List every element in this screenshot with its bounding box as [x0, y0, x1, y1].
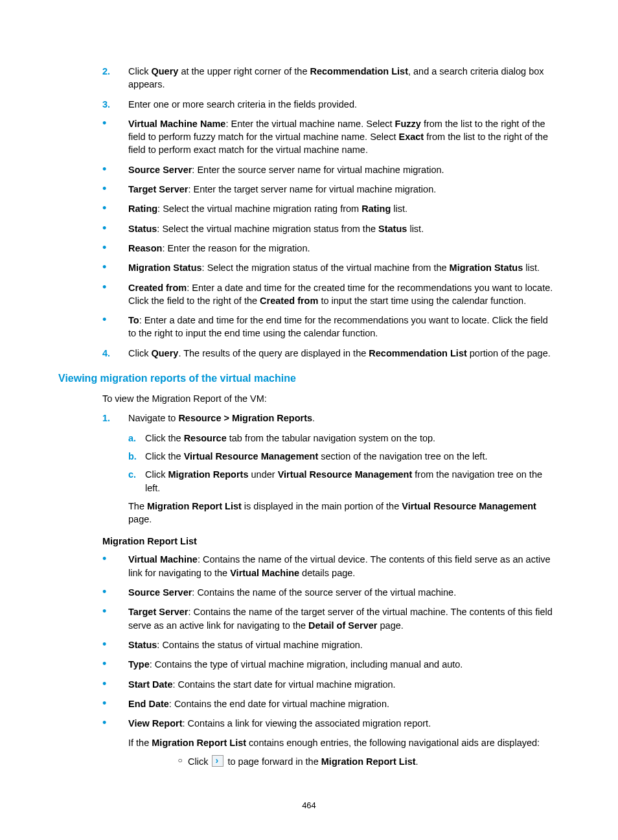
bullet-reason: • Reason: Enter the reason for the migra…	[58, 242, 560, 255]
bullet-to: • To: Enter a date and time for the end …	[58, 314, 560, 340]
step-text: Click Query at the upper right corner of…	[128, 65, 560, 91]
page-forward-icon	[212, 755, 223, 767]
bullet-text: Rating: Select the virtual machine migra…	[128, 202, 560, 215]
list-marker: 4.	[58, 347, 128, 360]
bullet-icon: •	[58, 202, 128, 215]
bullet-text: Source Server: Enter the source server n…	[128, 163, 560, 176]
step-3: 3. Enter one or more search criteria in …	[58, 98, 560, 111]
navaid-text: Click to page forward in the Migration R…	[188, 755, 557, 768]
step-text: Navigate to Resource > Migration Reports…	[128, 412, 560, 425]
mrl-target-server: • Target Server: Contains the name of th…	[58, 605, 560, 632]
list-marker: 1.	[58, 412, 128, 425]
substep-a: a. Click the Resource tab from the tabul…	[128, 432, 560, 445]
step-text: Click Query. The results of the query ar…	[128, 347, 560, 360]
bullet-icon: •	[58, 183, 128, 196]
bullet-target-server: • Target Server: Enter the target server…	[58, 183, 560, 196]
bullet-text: Virtual Machine: Contains the name of th…	[128, 553, 560, 579]
mrl-start-date: • Start Date: Contains the start date fo…	[58, 678, 560, 691]
bullet-text: Reason: Enter the reason for the migrati…	[128, 242, 560, 255]
section-heading: Viewing migration reports of the virtual…	[58, 373, 560, 384]
step-text: Enter one or more search criteria in the…	[128, 98, 560, 111]
bullet-migration-status: • Migration Status: Select the migration…	[58, 261, 560, 274]
bullet-icon: •	[58, 605, 128, 632]
substep-text: Click the Resource tab from the tabular …	[145, 432, 435, 445]
list-marker: a.	[128, 432, 145, 445]
navaid-intro: If the Migration Report List contains en…	[128, 736, 557, 749]
list-marker: 2.	[58, 65, 128, 91]
mrl-end-date: • End Date: Contains the end date for vi…	[58, 697, 560, 710]
list-marker: b.	[128, 450, 145, 463]
nav-step-1: 1. Navigate to Resource > Migration Repo…	[58, 412, 560, 425]
mrl-view-report: • View Report: Contains a link for viewi…	[58, 717, 560, 768]
bullet-icon: •	[58, 222, 128, 235]
section-intro: To view the Migration Report of the VM:	[58, 392, 560, 405]
bullet-icon: •	[58, 717, 128, 768]
mrl-vm: • Virtual Machine: Contains the name of …	[58, 553, 560, 579]
bullet-icon: •	[58, 117, 128, 157]
bullet-status: • Status: Select the virtual machine mig…	[58, 222, 560, 235]
bullet-icon: •	[58, 658, 128, 671]
bullet-icon: •	[58, 586, 128, 599]
list-marker: 3.	[58, 98, 128, 111]
bullet-icon: •	[58, 242, 128, 255]
list-marker: c.	[128, 468, 145, 495]
bullet-icon: •	[58, 163, 128, 176]
bullet-text: Target Server: Contains the name of the …	[128, 605, 560, 632]
bullet-text: Status: Select the virtual machine migra…	[128, 222, 560, 235]
bullet-icon: •	[58, 638, 128, 651]
mrl-heading: Migration Report List	[58, 536, 560, 546]
substep-c: c. Click Migration Reports under Virtual…	[128, 468, 560, 495]
bullet-text: Type: Contains the type of virtual machi…	[128, 658, 560, 671]
bullet-text: Start Date: Contains the start date for …	[128, 678, 560, 691]
bullet-text: Virtual Machine Name: Enter the virtual …	[128, 117, 560, 157]
circle-bullet-icon: ○	[128, 755, 188, 768]
bullet-text: Created from: Enter a date and time for …	[128, 281, 560, 308]
mrl-type: • Type: Contains the type of virtual mac…	[58, 658, 560, 671]
bullet-source-server: • Source Server: Enter the source server…	[58, 163, 560, 176]
bullet-icon: •	[58, 261, 128, 274]
bullet-text: Target Server: Enter the target server n…	[128, 183, 560, 196]
navaid-item: ○ Click to page forward in the Migration…	[128, 755, 557, 768]
page-number: 464	[0, 800, 618, 810]
mrl-status: • Status: Contains the status of virtual…	[58, 638, 560, 651]
substep-text: Click the Virtual Resource Management se…	[145, 450, 487, 463]
bullet-text: View Report: Contains a link for viewing…	[128, 717, 560, 768]
mrl-source-server: • Source Server: Contains the name of th…	[58, 586, 560, 599]
step-4: 4. Click Query. The results of the query…	[58, 347, 560, 360]
bullet-icon: •	[58, 553, 128, 579]
bullet-text: Source Server: Contains the name of the …	[128, 586, 560, 599]
bullet-rating: • Rating: Select the virtual machine mig…	[58, 202, 560, 215]
bullet-text: End Date: Contains the end date for virt…	[128, 697, 560, 710]
bullet-text: Migration Status: Select the migration s…	[128, 261, 560, 274]
substep-b: b. Click the Virtual Resource Management…	[128, 450, 560, 463]
bullet-created-from: • Created from: Enter a date and time fo…	[58, 281, 560, 308]
bullet-icon: •	[58, 281, 128, 308]
document-page: 2. Click Query at the upper right corner…	[0, 0, 618, 840]
step-2: 2. Click Query at the upper right corner…	[58, 65, 560, 91]
substep-text: Click Migration Reports under Virtual Re…	[145, 468, 560, 495]
bullet-text: To: Enter a date and time for the end ti…	[128, 314, 560, 340]
bullet-text: Status: Contains the status of virtual m…	[128, 638, 560, 651]
bullet-vm-name: • Virtual Machine Name: Enter the virtua…	[58, 117, 560, 157]
bullet-icon: •	[58, 697, 128, 710]
bullet-icon: •	[58, 678, 128, 691]
bullet-icon: •	[58, 314, 128, 340]
nav-result: The Migration Report List is displayed i…	[58, 500, 560, 526]
